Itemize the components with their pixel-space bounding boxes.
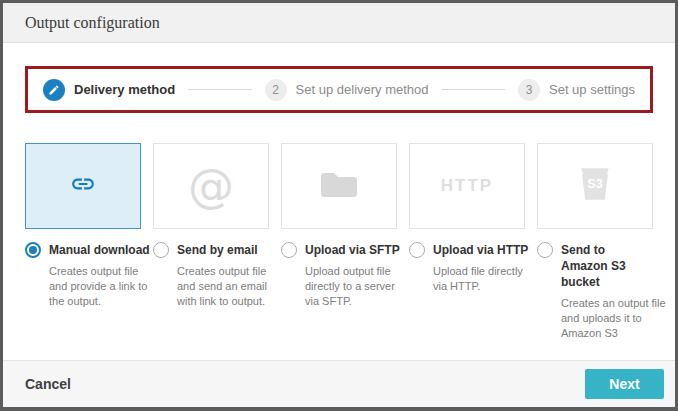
option-description-send-by-email: Creates output file and send an email wi… (177, 264, 283, 309)
screenshot-frame: Output configuration Delivery method 2 S… (0, 0, 678, 411)
option-description-upload-sftp: Upload output file directly to a server … (305, 264, 411, 309)
s3-bucket-icon: S3 (574, 163, 616, 209)
folder-icon (318, 168, 360, 204)
radio-upload-http[interactable] (409, 242, 425, 258)
option-upload-sftp: Upload via SFTP Upload output file direc… (281, 143, 397, 341)
radio-row-upload-sftp: Upload via SFTP (281, 242, 397, 258)
option-label-manual-download[interactable]: Manual download (49, 242, 150, 258)
dialog-body: Delivery method 2 Set up delivery method… (3, 43, 675, 360)
stepper-connector (442, 89, 505, 90)
stepper-highlight-box: Delivery method 2 Set up delivery method… (25, 66, 653, 113)
card-amazon-s3[interactable]: S3 (537, 143, 653, 229)
card-send-by-email[interactable]: @ (153, 143, 269, 229)
step-number-badge: 3 (518, 79, 540, 101)
step-label-setup-settings: Set up settings (549, 82, 635, 97)
step-number-badge: 2 (265, 79, 287, 101)
delivery-options: Manual download Creates output file and … (25, 143, 653, 341)
link-icon (63, 171, 103, 201)
http-icon: HTTP (441, 176, 493, 196)
option-upload-http: HTTP Upload via HTTP Upload file directl… (409, 143, 525, 341)
option-send-by-email: @ Send by email Creates output file and … (153, 143, 269, 341)
step-setup-delivery-method: 2 Set up delivery method (265, 79, 429, 101)
option-label-send-by-email[interactable]: Send by email (177, 242, 258, 258)
radio-row-upload-http: Upload via HTTP (409, 242, 525, 258)
radio-row-amazon-s3: Send to Amazon S3 bucket (537, 242, 653, 290)
stepper-connector (188, 89, 251, 90)
option-label-upload-http[interactable]: Upload via HTTP (433, 242, 528, 258)
radio-manual-download[interactable] (25, 242, 41, 258)
pencil-icon (43, 79, 65, 101)
step-label-delivery-method: Delivery method (74, 82, 175, 97)
option-description-amazon-s3: Creates an output file and uploads it to… (561, 296, 667, 341)
option-description-upload-http: Upload file directly via HTTP. (433, 264, 539, 294)
dialog-titlebar: Output configuration (3, 3, 675, 43)
radio-send-by-email[interactable] (153, 242, 169, 258)
radio-row-send-by-email: Send by email (153, 242, 269, 258)
dialog-footer: Cancel Next (3, 360, 675, 407)
option-label-amazon-s3[interactable]: Send to Amazon S3 bucket (561, 242, 653, 290)
radio-upload-sftp[interactable] (281, 242, 297, 258)
radio-amazon-s3[interactable] (537, 242, 553, 258)
cancel-button[interactable]: Cancel (25, 376, 71, 392)
option-label-upload-sftp[interactable]: Upload via SFTP (305, 242, 400, 258)
card-manual-download[interactable] (25, 143, 141, 229)
option-description-manual-download: Creates output file and provide a link t… (49, 264, 155, 309)
next-button[interactable]: Next (585, 369, 664, 399)
step-delivery-method: Delivery method (43, 79, 175, 101)
card-upload-sftp[interactable] (281, 143, 397, 229)
option-amazon-s3: S3 Send to Amazon S3 bucket Creates an o… (537, 143, 653, 341)
option-manual-download: Manual download Creates output file and … (25, 143, 141, 341)
step-label-setup-delivery-method: Set up delivery method (296, 82, 429, 97)
svg-text:S3: S3 (587, 177, 602, 191)
at-icon: @ (188, 163, 234, 209)
step-setup-settings: 3 Set up settings (518, 79, 635, 101)
dialog-title: Output configuration (25, 14, 160, 32)
radio-row-manual-download: Manual download (25, 242, 141, 258)
card-upload-http[interactable]: HTTP (409, 143, 525, 229)
stepper: Delivery method 2 Set up delivery method… (43, 79, 635, 101)
